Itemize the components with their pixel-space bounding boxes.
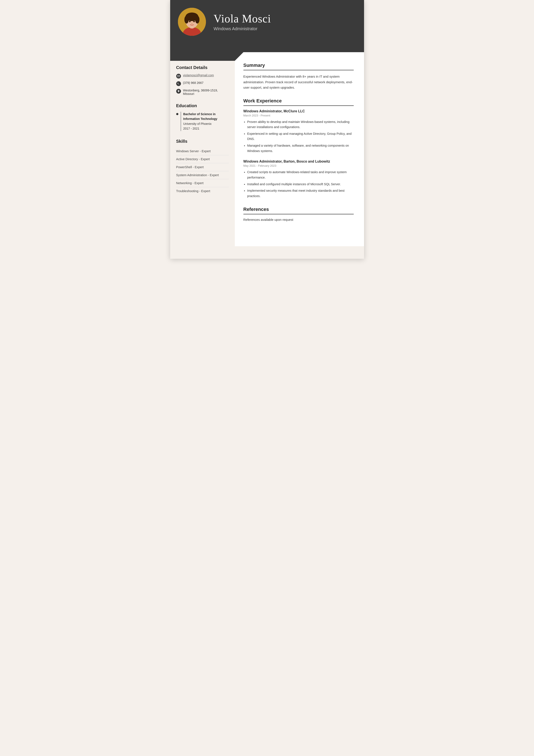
references-section: References References available upon req… <box>243 206 354 222</box>
email-value: violamosci@gmail.com <box>183 73 214 77</box>
resume-document: Viola Mosci Windows Administrator Contac… <box>170 0 364 259</box>
job-bullet-item: Created scripts to automate Windows-rela… <box>247 170 354 180</box>
references-title: References <box>243 206 354 214</box>
skill-item: Networking - Expert <box>176 179 229 187</box>
candidate-name: Viola Mosci <box>214 12 271 25</box>
svg-point-9 <box>193 21 195 22</box>
skill-item: Active Directory - Expert <box>176 155 229 163</box>
job-item: Windows Administrator, McClure LLCMarch … <box>243 109 354 154</box>
job-dates: May 2021 - February 2023 <box>243 164 354 167</box>
contact-section-title: Contact Details <box>176 65 229 70</box>
svg-point-12 <box>178 91 179 91</box>
summary-text: Experienced Windows Administrator with 8… <box>243 74 354 90</box>
main-content: Summary Experienced Windows Administrato… <box>235 52 364 246</box>
phone-icon-svg <box>177 82 180 85</box>
header-chevron-decoration <box>170 43 364 52</box>
avatar <box>178 8 206 36</box>
edu-school: University of Phoenix <box>183 122 229 126</box>
job-bullet-item: Installed and configured multiple instan… <box>247 181 354 187</box>
job-bullet-item: Experienced in setting up and managing A… <box>247 131 354 142</box>
contact-section: Contact Details violamosci@gmail.com <box>176 65 229 95</box>
svg-rect-11 <box>177 75 180 77</box>
job-item: Windows Administrator, Barton, Bosco and… <box>243 160 354 199</box>
work-experience-title: Work Experience <box>243 98 354 106</box>
avatar-wrapper <box>178 8 206 36</box>
contact-email-item: violamosci@gmail.com <box>176 73 229 78</box>
skills-section-title: Skills <box>176 139 229 144</box>
edu-content-block: Bachelor of Science in Information Techn… <box>181 112 229 131</box>
location-icon <box>176 89 181 94</box>
location-icon-svg <box>177 90 180 93</box>
summary-section: Summary Experienced Windows Administrato… <box>243 63 354 90</box>
contact-phone-item: (379) 968 2667 <box>176 81 229 86</box>
svg-point-7 <box>187 13 197 18</box>
job-title: Windows Administrator, Barton, Bosco and… <box>243 160 354 163</box>
edu-bullet-icon <box>176 113 178 115</box>
jobs-list: Windows Administrator, McClure LLCMarch … <box>243 109 354 199</box>
job-bullets: Proven ability to develop and maintain W… <box>243 119 354 154</box>
sidebar: Contact Details violamosci@gmail.com <box>170 52 235 246</box>
job-bullet-item: Managed a variety of hardware, software,… <box>247 143 354 153</box>
skills-list: Windows Server - ExpertActive Directory … <box>176 147 229 195</box>
candidate-title: Windows Administrator <box>214 26 271 31</box>
job-bullet-item: Proven ability to develop and maintain W… <box>247 119 354 130</box>
email-icon-svg <box>177 75 180 77</box>
svg-point-8 <box>189 21 191 22</box>
avatar-image <box>178 8 206 36</box>
job-bullet-item: Implemented security measures that meet … <box>247 188 354 199</box>
references-text: References available upon request <box>243 218 354 222</box>
main-layout: Contact Details violamosci@gmail.com <box>170 52 364 246</box>
header-text-block: Viola Mosci Windows Administrator <box>214 12 271 31</box>
job-dates: March 2023 - Present <box>243 114 354 117</box>
resume-header: Viola Mosci Windows Administrator <box>170 0 364 43</box>
skill-item: System Administration - Expert <box>176 171 229 179</box>
job-title: Windows Administrator, McClure LLC <box>243 109 354 113</box>
summary-title: Summary <box>243 63 354 70</box>
education-item: Bachelor of Science in Information Techn… <box>176 112 229 131</box>
job-bullets: Created scripts to automate Windows-rela… <box>243 170 354 199</box>
education-section-title: Education <box>176 103 229 108</box>
skills-section: Skills Windows Server - ExpertActive Dir… <box>176 139 229 195</box>
edu-degree: Bachelor of Science in Information Techn… <box>183 112 229 122</box>
contact-address-item: Westonberg, 36099-1519, Missouri <box>176 89 229 95</box>
skill-item: PowerShell - Expert <box>176 163 229 171</box>
address-value: Westonberg, 36099-1519, Missouri <box>183 89 229 95</box>
work-experience-section: Work Experience Windows Administrator, M… <box>243 98 354 199</box>
skill-item: Troubleshooting - Expert <box>176 187 229 195</box>
skill-item: Windows Server - Expert <box>176 147 229 155</box>
email-icon <box>176 74 181 78</box>
education-section: Education Bachelor of Science in Informa… <box>176 103 229 131</box>
phone-value: (379) 968 2667 <box>183 81 204 85</box>
phone-icon <box>176 81 181 86</box>
edu-years: 2017 - 2021 <box>183 126 229 131</box>
svg-point-10 <box>191 23 192 24</box>
